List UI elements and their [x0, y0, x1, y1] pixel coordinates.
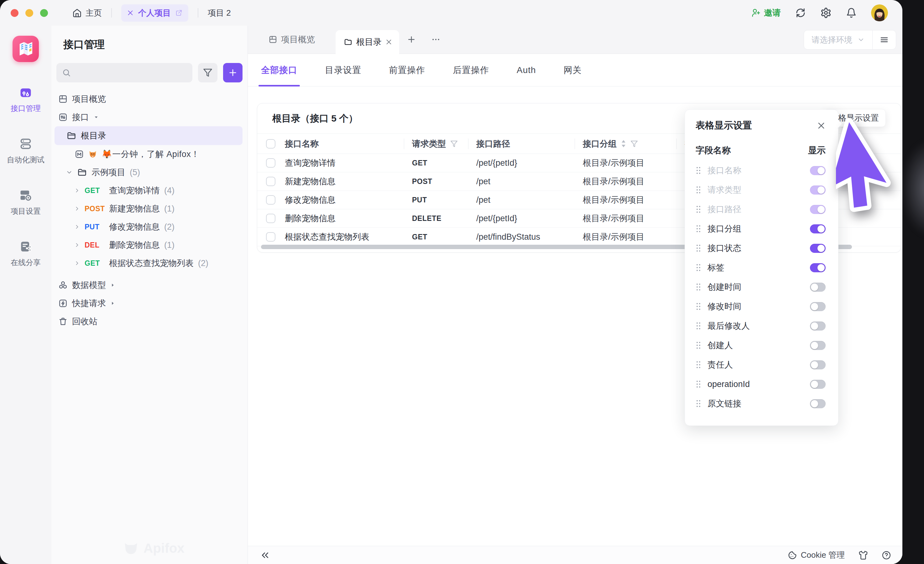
tree-item-endpoint[interactable]: PUT 修改宠物信息 (2) — [51, 218, 248, 236]
tree-item-endpoint[interactable]: DEL 删除宠物信息 (1) — [51, 236, 248, 254]
toggle[interactable] — [810, 283, 826, 292]
chevron-right-icon[interactable] — [74, 224, 80, 230]
subtab-pre-operations[interactable]: 前置操作 — [389, 54, 425, 87]
toggle[interactable] — [810, 380, 826, 389]
open-in-new-icon[interactable] — [175, 9, 183, 16]
subtab-folder-settings[interactable]: 目录设置 — [325, 54, 361, 87]
toggle[interactable] — [810, 186, 826, 195]
drag-handle-icon[interactable] — [696, 166, 701, 174]
search-input[interactable] — [56, 63, 192, 82]
doc-tab-project-overview[interactable]: 项目概览 — [260, 26, 323, 54]
drag-handle-icon[interactable] — [696, 341, 701, 350]
row-checkbox[interactable] — [266, 195, 275, 205]
subtab-all-apis[interactable]: 全部接口 — [261, 54, 297, 87]
invite-button[interactable]: 邀请 — [752, 7, 781, 18]
notifications-bell-icon[interactable] — [846, 8, 856, 18]
cookie-manager-button[interactable]: Cookie 管理 — [788, 550, 845, 561]
chevron-right-icon[interactable] — [74, 242, 80, 248]
close-tab-icon[interactable] — [386, 39, 392, 45]
toggle[interactable] — [810, 166, 826, 175]
drag-handle-icon[interactable] — [696, 361, 701, 369]
drag-handle-icon[interactable] — [696, 380, 701, 388]
toggle[interactable] — [810, 263, 826, 272]
sync-icon[interactable] — [795, 8, 806, 18]
close-tab-icon[interactable] — [127, 9, 134, 16]
zoom-window-button[interactable] — [40, 9, 48, 17]
rail-item-project-settings[interactable]: 项目设置 — [10, 188, 41, 216]
caret-down-icon[interactable] — [93, 114, 99, 120]
toggle[interactable] — [810, 224, 826, 233]
window-controls — [10, 9, 48, 17]
tree-item-api-root[interactable]: 接口 — [51, 108, 248, 126]
add-button[interactable] — [223, 63, 243, 82]
row-checkbox[interactable] — [266, 177, 275, 186]
merch-shirt-icon[interactable] — [858, 550, 868, 560]
tree-item-project-overview[interactable]: 项目概览 — [51, 90, 248, 108]
toggle[interactable] — [810, 341, 826, 350]
row-checkbox[interactable] — [266, 232, 275, 242]
tree-item-recycle-bin[interactable]: 回收站 — [51, 312, 248, 331]
help-icon[interactable] — [882, 550, 891, 560]
new-tab-plus-icon[interactable] — [399, 26, 424, 54]
drag-handle-icon[interactable] — [696, 225, 701, 233]
environment-bar: 请选择环境 — [804, 30, 896, 50]
toggle[interactable] — [810, 360, 826, 369]
select-all-checkbox[interactable] — [266, 139, 275, 148]
close-window-button[interactable] — [10, 9, 18, 17]
more-tabs-icon[interactable] — [424, 26, 448, 54]
drag-handle-icon[interactable] — [696, 264, 701, 272]
tree-item-quick-request[interactable]: 快捷请求 — [51, 294, 248, 312]
user-avatar[interactable] — [871, 4, 888, 21]
collapse-sidebar-icon[interactable] — [260, 550, 270, 560]
chevron-right-icon[interactable] — [74, 188, 80, 194]
toggle[interactable] — [810, 321, 826, 331]
tree-item-example-folder[interactable]: 示例项目 (5) — [51, 163, 248, 182]
filter-button[interactable] — [198, 63, 218, 82]
toggle[interactable] — [810, 205, 826, 214]
drag-handle-icon[interactable] — [696, 322, 701, 330]
chevron-down-icon[interactable] — [66, 169, 73, 176]
doc-tab-root-folder-active[interactable]: 根目录 — [336, 30, 399, 54]
close-icon[interactable] — [817, 121, 826, 130]
trash-icon — [58, 317, 68, 326]
tree-item-endpoint[interactable]: POST 新建宠物信息 (1) — [51, 200, 248, 218]
home-tab[interactable]: 主页 — [72, 8, 102, 18]
field-row: 原文链接 — [696, 394, 826, 413]
caret-right-icon[interactable] — [110, 283, 115, 288]
filter-funnel-icon[interactable] — [630, 140, 638, 148]
drag-handle-icon[interactable] — [696, 302, 701, 310]
tree-item-endpoint[interactable]: GET 查询宠物详情 (4) — [51, 182, 248, 200]
chevron-right-icon[interactable] — [74, 260, 80, 266]
environment-select[interactable]: 请选择环境 — [804, 34, 872, 45]
drag-handle-icon[interactable] — [696, 205, 701, 213]
toggle[interactable] — [810, 399, 826, 408]
tree-item-endpoint[interactable]: GET 根据状态查找宠物列表 (2) — [51, 254, 248, 272]
caret-right-icon[interactable] — [110, 301, 115, 306]
project2-tab[interactable]: 项目 2 — [208, 8, 231, 18]
rail-item-online-share[interactable]: 在线分享 — [10, 239, 41, 268]
row-checkbox[interactable] — [266, 214, 275, 223]
toggle[interactable] — [810, 302, 826, 311]
settings-gear-icon[interactable] — [820, 7, 832, 18]
chevron-right-icon[interactable] — [74, 206, 80, 212]
tree-item-doc-apifox-intro[interactable]: 🦊一分钟，了解 Apifox！ — [51, 145, 248, 163]
subtab-auth[interactable]: Auth — [517, 54, 536, 87]
row-checkbox[interactable] — [266, 158, 275, 168]
rail-item-automation-test[interactable]: 自动化测试 — [7, 136, 45, 165]
subtab-gateway[interactable]: 网关 — [564, 54, 582, 87]
filter-funnel-icon[interactable] — [450, 140, 458, 148]
menu-hamburger-icon[interactable] — [873, 35, 896, 45]
minimize-window-button[interactable] — [26, 9, 33, 17]
project-tab-active[interactable]: 个人项目 — [121, 4, 188, 22]
drag-handle-icon[interactable] — [696, 283, 701, 291]
drag-handle-icon[interactable] — [696, 186, 701, 194]
tree-item-root-folder-selected[interactable]: 根目录 — [54, 126, 243, 145]
tree-item-data-models[interactable]: 数据模型 — [51, 276, 248, 294]
sort-icon[interactable] — [621, 140, 626, 147]
app-logo[interactable] — [12, 36, 39, 62]
toggle[interactable] — [810, 244, 826, 253]
rail-item-api-management[interactable]: 接口管理 — [10, 85, 41, 113]
subtab-post-operations[interactable]: 后置操作 — [453, 54, 489, 87]
drag-handle-icon[interactable] — [696, 244, 701, 252]
drag-handle-icon[interactable] — [696, 399, 701, 408]
